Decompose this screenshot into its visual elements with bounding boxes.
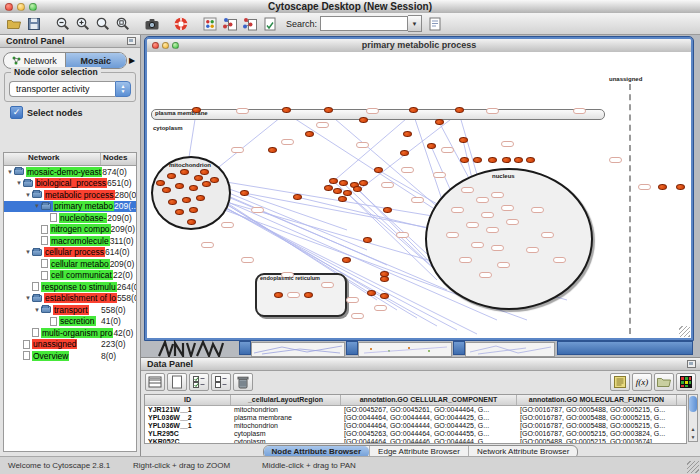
tab-network-attribute-browser[interactable]: Network Attribute Browser [468, 446, 577, 456]
network-node[interactable] [167, 173, 176, 179]
network-node[interactable] [676, 184, 685, 190]
table-cell[interactable]: cytoplasm [231, 438, 341, 444]
tree-row[interactable]: cellular metabo209(0) [4, 258, 136, 270]
column-header[interactable]: ID [145, 395, 231, 405]
network-node[interactable] [380, 293, 389, 299]
tree-row[interactable]: ▼establishment of lo558(0) [4, 293, 136, 305]
tab-mosaic[interactable]: Mosaic [65, 53, 127, 68]
float-panel-icon[interactable] [127, 37, 136, 45]
table-cell[interactable]: [GO:0016787, GO:0005488, GO:0005215, G..… [517, 406, 677, 414]
tree-expander-icon[interactable]: ▼ [33, 307, 41, 313]
column-header[interactable]: annotation.GO MOLECULAR_FUNCTION [517, 395, 677, 405]
network-node[interactable] [202, 181, 211, 187]
tree-col-network[interactable]: Network [4, 153, 101, 165]
tab-overflow-arrow-icon[interactable]: ▶ [127, 56, 137, 65]
network-node[interactable] [324, 107, 333, 113]
frame-resize-grip[interactable] [679, 326, 690, 337]
network-node[interactable] [200, 169, 209, 175]
network-node[interactable] [380, 276, 389, 282]
network-node[interactable] [359, 117, 368, 123]
zoom-selected-button[interactable] [93, 15, 113, 33]
background-window-sliver[interactable] [465, 342, 555, 357]
network-node[interactable] [383, 207, 392, 213]
table-cell[interactable]: plasma membrane [231, 414, 341, 422]
network-node[interactable] [435, 119, 444, 125]
background-window-sliver[interactable] [251, 342, 345, 357]
table-row[interactable]: YPL036W__1mitochondrion[GO:0044464, GO:0… [145, 422, 686, 430]
table-row[interactable]: YJR121W__1mitochondrion[GO:0045267, GO:0… [145, 406, 686, 414]
network-node[interactable] [427, 143, 436, 149]
tree-expander-icon[interactable]: ▼ [24, 295, 32, 301]
import-attributes-button[interactable] [654, 373, 674, 391]
tree-row[interactable]: ▼cellular process614(0) [4, 247, 136, 259]
network-node[interactable] [162, 187, 171, 193]
background-window-sliver[interactable] [239, 341, 251, 355]
background-window-sliver[interactable] [557, 341, 693, 355]
table-cell[interactable]: YLR295C [145, 430, 231, 438]
network-node[interactable] [658, 184, 667, 190]
network-view-titlebar[interactable]: primary metabolic process [147, 39, 691, 53]
tree-row[interactable]: ▼biological_process651(0) [4, 178, 136, 190]
table-cell[interactable]: [GO:0016787, GO:0005488, GO:0005215, G..… [517, 422, 677, 430]
background-window-sliver[interactable] [453, 341, 465, 355]
network-node[interactable] [460, 157, 469, 163]
network-node[interactable] [240, 190, 249, 196]
network-node[interactable] [268, 147, 277, 153]
help-button[interactable] [171, 15, 191, 33]
network-view-frame[interactable]: primary metabolic process plasma membran… [145, 37, 693, 340]
network-node[interactable] [459, 137, 468, 143]
float-panel-icon[interactable] [687, 360, 696, 368]
tab-node-attribute-browser[interactable]: Node Attribute Browser [264, 446, 370, 456]
table-cell[interactable]: [GO:0005488, GO:0005215, GO:0003674] [517, 438, 677, 444]
network-node[interactable] [329, 178, 338, 184]
network-node[interactable] [305, 131, 314, 137]
vizmapper-button[interactable] [200, 15, 220, 33]
table-cell[interactable]: [GO:0045267, GO:0045261, GO:0044464, G..… [341, 406, 517, 414]
select-attributes-button[interactable] [189, 373, 209, 391]
table-cell[interactable]: mitochondrion [231, 406, 341, 414]
table-cell[interactable]: [GO:0044464, GO:0044444, GO:0044425, G..… [341, 414, 517, 422]
network-node[interactable] [189, 185, 198, 191]
scroll-down-icon[interactable]: ▼ [689, 433, 697, 441]
network-node[interactable] [338, 196, 347, 202]
column-header[interactable]: annotation.GO CELLULAR_COMPONENT [341, 395, 517, 405]
network-node[interactable] [324, 185, 333, 191]
tree-row[interactable]: ▼transport558(0) [4, 304, 136, 316]
snapshot-button[interactable] [142, 15, 162, 33]
scroll-up-icon[interactable]: ▲ [689, 425, 697, 433]
network-node[interactable] [187, 219, 196, 225]
attribute-editor-button[interactable] [610, 373, 630, 391]
tree-row[interactable]: unassigned223(0) [4, 339, 136, 351]
table-cell[interactable]: [GO:0044464, GO:0044446, GO:0044444, G..… [341, 438, 517, 444]
attribute-grid-button[interactable] [145, 373, 165, 391]
network-canvas[interactable]: plasma membrane cytoplasm mitochondrion … [147, 52, 691, 338]
table-row[interactable]: YLR295Ccytoplasm[GO:0045263, GO:0044464,… [145, 430, 686, 438]
save-session-button[interactable] [24, 15, 44, 33]
tree-col-nodes[interactable]: Nodes [101, 153, 136, 165]
network-node[interactable] [194, 175, 203, 181]
import-table-button[interactable] [240, 15, 260, 33]
network-node[interactable] [180, 169, 189, 175]
zoom-in-button[interactable] [73, 15, 93, 33]
network-node[interactable] [363, 237, 372, 243]
network-node[interactable] [342, 257, 351, 263]
table-cell[interactable]: [GO:0045263, GO:0044464, GO:0044455, G..… [341, 430, 517, 438]
tree-row[interactable]: response to stimulu264(0) [4, 281, 136, 293]
background-window-sliver[interactable] [157, 340, 229, 358]
open-session-button[interactable] [4, 15, 24, 33]
network-node[interactable] [274, 292, 283, 298]
tab-network[interactable]: Network [4, 53, 65, 68]
table-cell[interactable]: YPL036W__1 [145, 422, 231, 430]
network-node[interactable] [353, 186, 362, 192]
tree-row[interactable]: multi-organism pro42(0) [4, 327, 136, 339]
table-vertical-scrollbar[interactable]: ▲ ▼ [688, 394, 698, 442]
unselect-attributes-button[interactable] [211, 373, 231, 391]
tree-row[interactable]: ▼primary metabo209(... [4, 201, 136, 213]
table-cell[interactable]: cytoplasm [231, 430, 341, 438]
tree-expander-icon[interactable]: ▼ [33, 203, 41, 209]
network-node[interactable] [293, 194, 302, 200]
network-node[interactable] [192, 107, 201, 113]
delete-attribute-button[interactable] [233, 373, 253, 391]
network-node[interactable] [304, 292, 313, 298]
tree-row[interactable]: ▼metabolic process280(0) [4, 189, 136, 201]
